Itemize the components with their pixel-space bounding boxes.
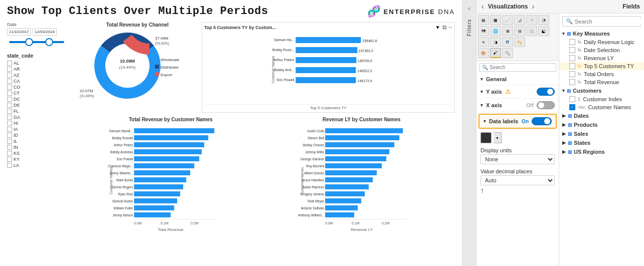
tree-item-total-orders[interactable]: fx Total Orders [559,70,644,78]
xaxis-off-label: Off [527,103,534,108]
color-swatch[interactable] [480,132,492,143]
svg-text:0.0M: 0.0M [134,221,142,225]
svg-text:Justin Cook: Justin Cook [307,129,325,133]
datalabels-label: Data labels [489,118,518,124]
tree-section-dates: ▶ ⊞ Dates [559,111,644,120]
tree-section-states: ▶ ⊞ States [559,138,644,147]
panel-nav-next[interactable]: › [531,3,535,11]
tree-item-top5-customers[interactable]: fx Top 5 Customers TY [559,62,644,70]
viz-icon-analytics[interactable]: 🔍 [502,48,513,58]
tree-section-key-measures-header[interactable]: ▾ ⊞ Key Measures [559,29,644,38]
state-item-ky[interactable]: KY [7,156,72,162]
fields-tab[interactable]: Fields [622,3,640,10]
viz-icon-scatter[interactable]: ⁙ [526,15,537,25]
svg-rect-9 [155,57,159,61]
key-measures-table-icon: ⊞ [567,31,571,37]
svg-text:146522.3: 146522.3 [358,69,372,73]
viz-icon-table[interactable]: ⊞ [502,26,513,36]
expand-icon[interactable]: ⊡ [442,25,446,30]
yaxis-toggle[interactable] [537,88,555,96]
tree-section-us-regions-header[interactable]: ▶ ⊞ US Regions [559,147,644,156]
state-item-ga[interactable]: GA [7,114,72,120]
viz-icon-line[interactable]: 📈 [502,15,513,25]
tree-item-customer-names[interactable]: ✓ Abc Customer Names [559,103,644,111]
viz-icon-slicer[interactable]: ≡ [478,37,489,47]
state-item-hi[interactable]: HI [7,120,72,126]
svg-text:158481.8: 158481.8 [363,39,377,43]
tree-item-revenue-ly[interactable]: fx Revenue LY [559,54,644,62]
color-dropdown-btn[interactable]: ▼ [494,132,502,143]
format-section-yaxis-header[interactable]: ▾ Y axis ⚠ [476,85,559,98]
viz-icon-gauge[interactable]: ◑ [490,37,501,47]
viz-icon-matrix[interactable]: ⊟ [514,26,525,36]
more-icon[interactable]: ··· [448,25,452,30]
state-item-dc[interactable]: DC [7,96,72,102]
svg-text:22.07M: 22.07M [80,89,93,93]
format-section-xaxis-header[interactable]: ▾ X axis Off [476,99,559,112]
viz-icon-area[interactable]: ◿ [514,15,525,25]
state-item-ar[interactable]: AR [7,66,72,72]
tree-section-customers-header[interactable]: ▾ ⊞ Customers [559,86,644,95]
customers-label: Customers [573,88,601,94]
viz-icon-kpi[interactable]: ⬕ [538,26,549,36]
tree-section-key-measures: ▾ ⊞ Key Measures fx Daily Revenue Logic [559,29,644,86]
state-filter: state_code AL AR AZ CA CO CT DC DE FL GA… [7,53,72,168]
tree-section-products-header[interactable]: ▶ ⊞ Products [559,120,644,129]
tree-section-customers: ▾ ⊞ Customers Σ Customer Index ✓ [559,86,644,111]
state-item-ks[interactable]: KS [7,150,72,156]
state-item-la[interactable]: LA [7,162,72,168]
key-measures-chevron-icon: ▾ [562,31,565,36]
svg-text:Bobby Russell: Bobby Russell [112,136,133,140]
tree-item-daily-revenue[interactable]: fx Daily Revenue Logic [559,38,644,46]
state-item-al[interactable]: AL [7,60,72,66]
state-item-de[interactable]: DE [7,102,72,108]
tree-item-date-selection[interactable]: fx Date Selection [559,46,644,54]
state-item-in[interactable]: IN [7,144,72,150]
xaxis-toggle[interactable] [537,101,555,109]
visualizations-tab[interactable]: Visualizations [488,3,528,10]
tree-item-customer-index[interactable]: Σ Customer Index [559,95,644,103]
viz-icon-map[interactable]: 🗺 [478,26,489,36]
state-item-il[interactable]: IL [7,138,72,144]
state-item-fl[interactable]: FL [7,108,72,114]
viz-icon-py[interactable]: Py [514,37,525,47]
svg-rect-69 [325,142,394,147]
svg-text:Eric Powell: Eric Powell [117,157,133,161]
viz-icon-map2[interactable]: 🌐 [490,26,501,36]
format-section-datalabels-header[interactable]: ▾ Data labels On [479,115,556,128]
state-item-ia[interactable]: IA [7,126,72,132]
date-slider[interactable] [7,37,72,49]
svg-text:Wholesale: Wholesale [160,58,180,62]
filter-icon[interactable]: ▼ [435,25,440,30]
viz-icon-bar[interactable]: ▤ [478,15,489,25]
viz-icon-paint[interactable]: 🖌 [490,48,501,58]
state-item-id[interactable]: ID [7,132,72,138]
tree-section-dates-header[interactable]: ▶ ⊞ Dates [559,111,644,120]
svg-text:37.49M: 37.49M [155,36,169,41]
format-section-general-header[interactable]: ▾ General [476,74,559,85]
datalabels-toggle[interactable] [532,117,552,125]
svg-rect-41 [134,156,199,161]
state-item-ca[interactable]: CA [7,78,72,84]
decimal-places-select[interactable]: Auto 0 1 2 [480,175,555,185]
collapse-arrow[interactable]: ‹ [468,5,470,12]
tree-item-total-revenue[interactable]: fx Total Revenue [559,78,644,86]
viz-search-input[interactable] [490,65,553,70]
viz-icon-card[interactable]: □ [526,26,537,36]
viz-icon-stack[interactable]: ▦ [490,15,501,25]
fields-search-input[interactable] [575,19,644,25]
viz-icon-pie[interactable]: ◔ [538,15,549,25]
display-units-select[interactable]: None Thousands Millions Billions Auto [480,154,555,164]
us-regions-label: US Regions [574,149,605,155]
viz-icon-format[interactable]: 🎨 [478,48,489,58]
panel-nav-prev[interactable]: ‹ [480,3,485,11]
svg-rect-65 [325,128,403,133]
state-item-az[interactable]: AZ [7,72,72,78]
svg-text:Anthony William...: Anthony William... [298,213,324,217]
viz-icon-r[interactable]: R [502,37,513,47]
tree-section-sales-header[interactable]: ▶ ⊞ Sales [559,129,644,138]
top5-subtitle: Top 5 Customers TY [204,104,452,110]
tree-section-states-header[interactable]: ▶ ⊞ States [559,138,644,147]
state-item-co[interactable]: CO [7,84,72,90]
state-item-ct[interactable]: CT [7,90,72,96]
